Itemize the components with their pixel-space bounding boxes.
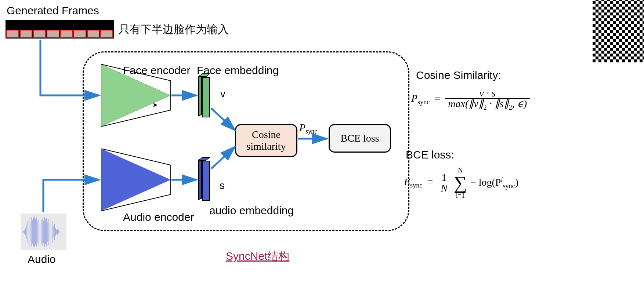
- cosine-title: Cosine Similarity:: [416, 69, 501, 81]
- bce-title: BCE loss:: [406, 149, 454, 161]
- arrows-layer: [0, 0, 644, 299]
- audio-thumbnail: [21, 214, 66, 250]
- svg-line-4: [211, 108, 235, 130]
- bce-equation: Esync = 1 N N ∑ i=1 − log(Pisync): [404, 167, 518, 199]
- svg-line-5: [211, 147, 235, 169]
- cursor-icon: ➤: [152, 101, 158, 109]
- waveform-icon: [21, 214, 66, 250]
- cosine-equation: Psync = v · s max(∥v∥2 · ∥s∥2, ϵ): [411, 88, 530, 111]
- caption-link[interactable]: SyncNet结构: [226, 249, 289, 264]
- audio-label: Audio: [28, 253, 56, 266]
